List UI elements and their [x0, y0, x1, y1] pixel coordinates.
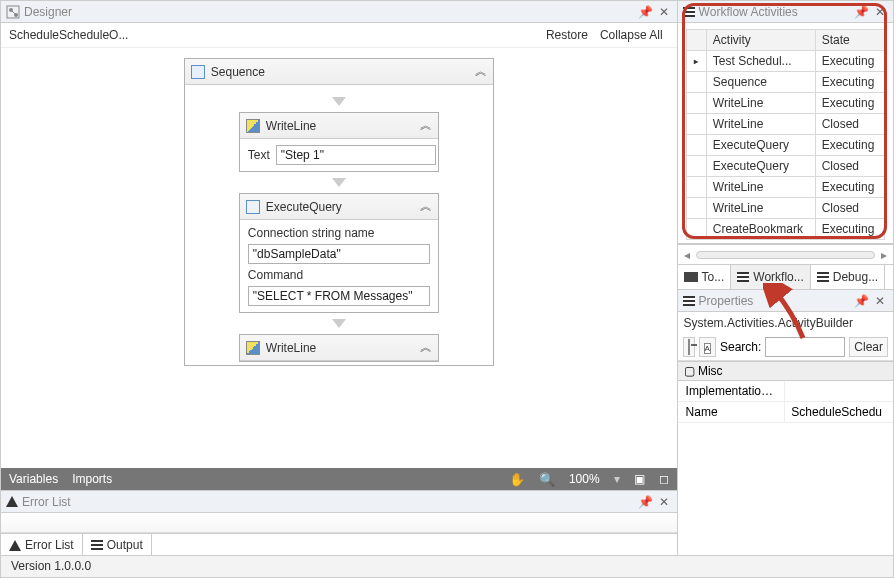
- table-row[interactable]: WriteLineClosed: [686, 198, 884, 219]
- workflow-icon: [737, 272, 749, 282]
- cell-state: Closed: [815, 198, 884, 219]
- close-icon[interactable]: ✕: [872, 5, 888, 19]
- cell-state: Closed: [815, 114, 884, 135]
- command-input[interactable]: [248, 286, 430, 306]
- pin-icon[interactable]: 📌: [635, 5, 656, 19]
- overview-icon[interactable]: ◻: [659, 472, 669, 486]
- col-activity[interactable]: Activity: [706, 30, 815, 51]
- chevron-up-icon[interactable]: ︽: [420, 117, 432, 134]
- tab-toolbox[interactable]: To...: [678, 265, 732, 289]
- drop-indicator-icon: [332, 97, 346, 106]
- output-icon: [91, 540, 103, 550]
- pin-icon[interactable]: 📌: [851, 294, 872, 308]
- cell-activity: Sequence: [706, 72, 815, 93]
- errorlist-title: Error List: [22, 495, 71, 509]
- categorized-button[interactable]: [683, 337, 695, 357]
- properties-title: Properties: [699, 294, 754, 308]
- properties-header: Properties 📌 ✕: [678, 290, 893, 312]
- breadcrumb[interactable]: ScheduleScheduleO...: [9, 28, 540, 42]
- workflow-activities-table[interactable]: Activity State ▸Test Schedul...Executing…: [686, 29, 885, 240]
- writeline-text-input[interactable]: [276, 145, 436, 165]
- collapse-all-link[interactable]: Collapse All: [594, 28, 669, 42]
- cell-state: Executing: [815, 177, 884, 198]
- designer-icon: [6, 5, 20, 19]
- designer-breadcrumb-bar: ScheduleScheduleO... Restore Collapse Al…: [1, 23, 677, 48]
- designer-canvas[interactable]: Sequence ︽ WriteLine ︽: [1, 48, 677, 468]
- svg-line-3: [11, 10, 16, 15]
- chevron-up-icon[interactable]: ︽: [475, 63, 487, 80]
- tab-debug[interactable]: Debug...: [811, 265, 885, 289]
- property-row[interactable]: NameScheduleSchedu: [678, 402, 893, 423]
- close-icon[interactable]: ✕: [656, 495, 672, 509]
- clear-button[interactable]: Clear: [849, 337, 888, 357]
- cell-state: Executing: [815, 72, 884, 93]
- cell-state: Executing: [815, 135, 884, 156]
- sequence-activity[interactable]: Sequence ︽ WriteLine ︽: [184, 58, 494, 366]
- errorlist-header: Error List 📌 ✕: [1, 491, 677, 513]
- pin-icon[interactable]: 📌: [851, 5, 872, 19]
- table-row[interactable]: ExecuteQueryClosed: [686, 156, 884, 177]
- cell-activity: ExecuteQuery: [706, 156, 815, 177]
- table-row[interactable]: WriteLineClosed: [686, 114, 884, 135]
- pin-icon[interactable]: 📌: [635, 495, 656, 509]
- errorlist-content: [1, 513, 677, 533]
- property-row[interactable]: ImplementationVersi...: [678, 381, 893, 402]
- designer-title: Designer: [24, 5, 72, 19]
- cell-activity: WriteLine: [706, 198, 815, 219]
- pan-icon[interactable]: ✋: [509, 472, 525, 487]
- cell-activity: WriteLine: [706, 114, 815, 135]
- writeline-title: WriteLine: [266, 119, 316, 133]
- horizontal-scrollbar[interactable]: ◂▸: [678, 244, 893, 264]
- drop-indicator-icon: [332, 319, 346, 328]
- command-label: Command: [248, 268, 430, 282]
- table-row[interactable]: CreateBookmarkExecuting: [686, 219, 884, 240]
- table-row[interactable]: ▸Test Schedul...Executing: [686, 51, 884, 72]
- property-value[interactable]: ScheduleSchedu: [785, 402, 893, 422]
- table-row[interactable]: WriteLineExecuting: [686, 93, 884, 114]
- properties-section-misc[interactable]: ▢ Misc: [678, 362, 893, 381]
- designer-panel-header: Designer 📌 ✕: [1, 1, 677, 23]
- sort-az-icon: A: [704, 343, 711, 354]
- sequence-icon: [191, 65, 205, 79]
- zoom-icon[interactable]: 🔍: [539, 472, 555, 487]
- tab-workflow[interactable]: Workflo...: [731, 265, 810, 289]
- version-label: Version 1.0.0.0: [11, 559, 91, 573]
- alphabetical-button[interactable]: A: [699, 337, 716, 357]
- table-row[interactable]: WriteLineExecuting: [686, 177, 884, 198]
- writeline-icon: [246, 119, 260, 133]
- categorized-icon: [688, 339, 690, 355]
- cell-state: Closed: [815, 156, 884, 177]
- executequery-activity[interactable]: ExecuteQuery ︽ Connection string name Co…: [239, 193, 439, 313]
- restore-link[interactable]: Restore: [540, 28, 594, 42]
- fit-to-screen-icon[interactable]: ▣: [634, 472, 645, 486]
- properties-icon: [683, 296, 695, 306]
- cell-activity: WriteLine: [706, 177, 815, 198]
- cell-activity: WriteLine: [706, 93, 815, 114]
- table-row[interactable]: ExecuteQueryExecuting: [686, 135, 884, 156]
- close-icon[interactable]: ✕: [872, 294, 888, 308]
- col-state[interactable]: State: [815, 30, 884, 51]
- activities-icon: [683, 7, 695, 17]
- property-value[interactable]: [785, 381, 893, 401]
- writeline-activity-1[interactable]: WriteLine ︽ Text: [239, 112, 439, 172]
- properties-search-input[interactable]: [765, 337, 845, 357]
- table-row[interactable]: SequenceExecuting: [686, 72, 884, 93]
- cell-state: Executing: [815, 93, 884, 114]
- tab-errorlist[interactable]: Error List: [1, 534, 83, 556]
- writeline-activity-2[interactable]: WriteLine ︽: [239, 334, 439, 362]
- drop-indicator-icon: [332, 178, 346, 187]
- writeline-icon: [246, 341, 260, 355]
- executequery-icon: [246, 200, 260, 214]
- chevron-up-icon[interactable]: ︽: [420, 198, 432, 215]
- chevron-up-icon[interactable]: ︽: [420, 339, 432, 356]
- variables-link[interactable]: Variables: [9, 472, 58, 486]
- tab-output[interactable]: Output: [83, 534, 152, 556]
- imports-link[interactable]: Imports: [72, 472, 112, 486]
- executequery-title: ExecuteQuery: [266, 200, 342, 214]
- connection-input[interactable]: [248, 244, 430, 264]
- cell-activity: CreateBookmark: [706, 219, 815, 240]
- cell-activity: Test Schedul...: [706, 51, 815, 72]
- close-icon[interactable]: ✕: [656, 5, 672, 19]
- zoom-level[interactable]: 100%: [569, 472, 600, 486]
- property-name: Name: [678, 402, 786, 422]
